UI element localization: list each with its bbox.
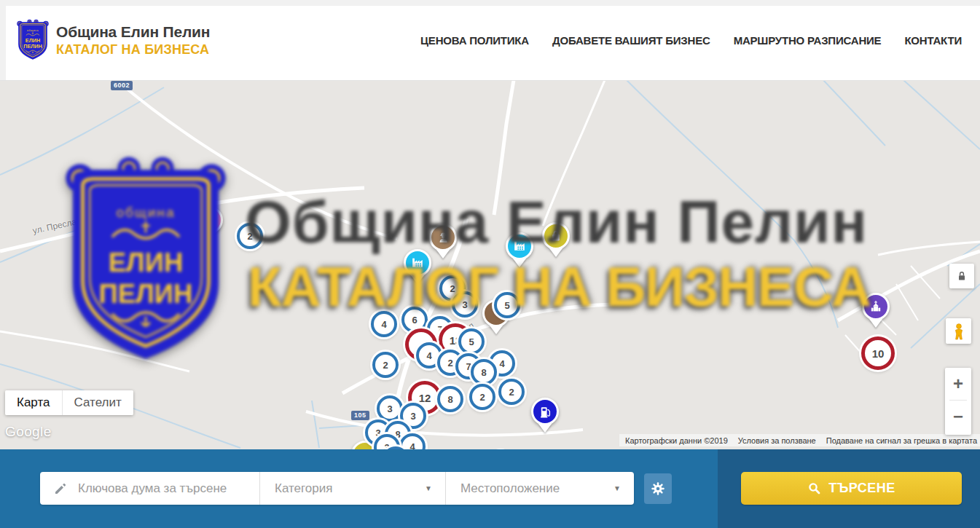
site-title: Община Елин Пелин — [56, 23, 210, 41]
category-select-value: Категория — [275, 481, 332, 496]
search-icon — [807, 481, 821, 495]
map-cluster-marker[interactable]: 8 — [437, 386, 463, 412]
map-pin-worker[interactable] — [429, 224, 457, 251]
page-left-strip — [0, 0, 6, 80]
map-cluster-marker[interactable]: 2 — [125, 199, 152, 225]
map-cluster-marker[interactable]: 5 — [159, 200, 185, 226]
map-type-satellite-button[interactable]: Сателит — [63, 390, 133, 415]
shopping-bag-icon — [549, 229, 563, 243]
map-pin-fuel[interactable] — [531, 398, 559, 425]
attribution-report-error-link[interactable]: Подаване на сигнал за грешка в картата — [826, 436, 977, 445]
lock-icon — [956, 270, 968, 282]
factory-icon — [409, 255, 426, 271]
map-zoom-control: + − — [945, 368, 971, 435]
map-cluster-marker[interactable]: 5 — [458, 328, 485, 355]
page: Община Елин Пелин КАТАЛОГ НА БИЗНЕСА ЦЕН… — [0, 0, 980, 528]
map-attribution: Картографски данни ©2019 Условия за полз… — [619, 434, 980, 446]
search-submit-button[interactable]: ТЪРСЕНЕ — [741, 472, 962, 505]
map-pin-bag[interactable] — [542, 222, 570, 250]
keyword-search-input[interactable] — [77, 481, 254, 497]
gear-icon — [650, 481, 666, 497]
attribution-copyright: Картографски данни ©2019 — [625, 436, 728, 445]
google-logo[interactable]: Google — [5, 424, 52, 440]
map-cluster-marker[interactable]: 3 — [452, 291, 478, 318]
main-nav: ЦЕНОВА ПОЛИТИКА ДОБАВЕТЕ ВАШИЯТ БИЗНЕС М… — [420, 0, 962, 80]
nav-item-route-schedule[interactable]: МАРШРУТНО РАЗПИСАНИЕ — [734, 34, 882, 47]
map-cluster-marker[interactable]: 4 — [371, 311, 397, 337]
pegman-icon — [951, 323, 967, 340]
map-cluster-marker[interactable]: 2 — [498, 379, 525, 405]
search-submit-label: ТЪРСЕНЕ — [828, 481, 895, 496]
chevron-down-icon: ▼ — [425, 484, 432, 492]
nav-item-contacts[interactable]: КОНТАКТИ — [904, 34, 962, 47]
keyword-field — [40, 472, 260, 505]
location-select[interactable]: Местоположение ▼ — [446, 472, 634, 505]
factory-icon — [511, 238, 528, 254]
map-cluster-marker[interactable]: 5 — [494, 292, 520, 318]
map-pin-factory[interactable] — [101, 180, 129, 208]
nav-item-add-business[interactable]: ДОБАВЕТЕ ВАШИЯТ БИЗНЕС — [552, 34, 710, 47]
location-select-value: Местоположение — [460, 481, 560, 496]
site-logo[interactable]: Община Елин Пелин КАТАЛОГ НА БИЗНЕСА — [16, 19, 210, 61]
site-tagline: КАТАЛОГ НА БИЗНЕСА — [56, 42, 210, 58]
street-view-pegman-button[interactable] — [946, 318, 971, 344]
map-pin-factory[interactable] — [506, 232, 533, 260]
map-cluster-marker[interactable]: 2 — [469, 384, 495, 410]
zoom-in-button[interactable]: + — [945, 368, 971, 400]
map-pin-factory[interactable] — [404, 249, 431, 277]
attribution-terms-link[interactable]: Условия за ползване — [738, 436, 816, 445]
church-icon — [869, 299, 883, 314]
search-bar: Категория ▼ Местоположение ▼ — [0, 449, 980, 528]
municipality-crest-icon — [16, 19, 50, 61]
worker-icon — [436, 230, 451, 245]
pencil-icon — [53, 481, 68, 496]
factory-icon — [107, 186, 123, 202]
category-select[interactable]: Категория ▼ — [260, 472, 446, 505]
map-cluster-marker[interactable]: 3 — [377, 395, 403, 422]
page-top-strip — [0, 0, 980, 6]
chevron-down-icon: ▼ — [614, 484, 621, 492]
road-shield: 105 — [351, 411, 369, 420]
map-cluster-marker[interactable]: 2 — [237, 223, 263, 249]
map-type-map-button[interactable]: Карта — [5, 390, 62, 415]
search-field-group: Категория ▼ Местоположение ▼ — [40, 472, 634, 505]
map-cluster-marker[interactable]: 8 — [471, 359, 497, 385]
map-cluster-marker[interactable]: 10 — [861, 336, 895, 370]
site-header: Община Елин Пелин КАТАЛОГ НА БИЗНЕСА ЦЕН… — [0, 0, 980, 81]
zoom-out-button[interactable]: − — [945, 401, 971, 433]
advanced-search-settings-button[interactable] — [644, 473, 672, 504]
map-canvas[interactable]: 6002 105 ул. Преслав бул. „Новосел Общин… — [0, 80, 980, 449]
road-shield: 6002 — [111, 81, 133, 90]
nav-item-pricing[interactable]: ЦЕНОВА ПОЛИТИКА — [420, 34, 529, 47]
map-cluster-marker[interactable]: 2 — [372, 352, 399, 378]
fuel-pump-icon — [538, 404, 553, 419]
map-pin-church[interactable] — [862, 293, 890, 320]
fullscreen-lock-button[interactable] — [949, 264, 974, 288]
map-type-control: Карта Сателит — [5, 390, 133, 415]
